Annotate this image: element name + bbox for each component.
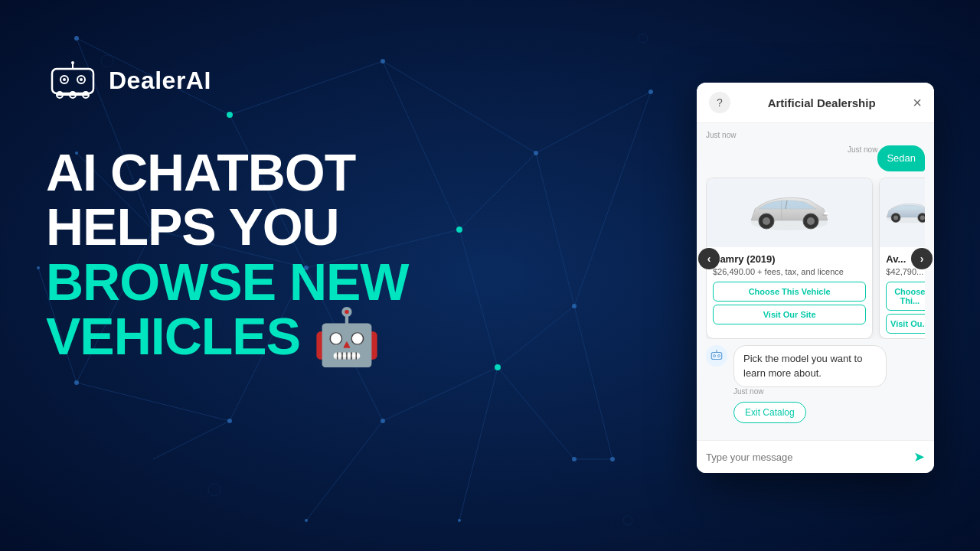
logo: DealerAI [46, 61, 409, 99]
visit-camry-button[interactable]: Visit Our Site [713, 305, 866, 324]
svg-point-71 [824, 212, 828, 215]
camry-price: $26,490.00 + fees, tax, and licence [713, 266, 866, 277]
svg-point-76 [920, 216, 925, 220]
chat-title: Artificial Dealership [768, 96, 876, 109]
cards-prev-button[interactable]: ‹ [698, 248, 720, 269]
msg-time-1: Just now [706, 131, 925, 139]
svg-point-79 [718, 355, 720, 357]
chat-footer: ➤ [697, 440, 934, 473]
svg-point-28 [74, 36, 79, 41]
vehicle-card-camry: Camry (2019) $26,490.00 + fees, tax, and… [706, 178, 873, 339]
avalon-image [880, 178, 925, 247]
user-bubble-sedan: Sedan [877, 145, 925, 171]
svg-rect-54 [52, 69, 93, 93]
svg-point-58 [80, 78, 83, 81]
headline-line3: BROWSE NEW [46, 255, 409, 309]
bot-pick-model-row: Pick the model you want to learn more ab… [706, 345, 925, 422]
svg-point-48 [456, 227, 462, 233]
headline: AI CHATBOT HELPS YOU BROWSE NEW VEHICLES… [46, 145, 409, 364]
chat-widget: ? Artificial Dealership × Just now Sedan… [697, 83, 934, 473]
camry-image [707, 178, 872, 247]
help-button[interactable]: ? [709, 92, 730, 113]
visit-avalon-button[interactable]: Visit Ou... [886, 314, 925, 334]
robot-emoji: 🤖 [312, 309, 381, 364]
bot-pick-model-content: Pick the model you want to learn more ab… [733, 345, 925, 422]
svg-point-68 [763, 217, 770, 225]
svg-point-45 [305, 519, 308, 522]
svg-point-32 [648, 90, 653, 94]
svg-point-40 [572, 304, 577, 308]
exit-catalog-button[interactable]: Exit Catalog [733, 402, 806, 423]
svg-point-44 [37, 266, 40, 269]
headline-line2: HELPS YOU [46, 200, 409, 254]
left-content: DealerAI AI CHATBOT HELPS YOU BROWSE NEW… [46, 61, 409, 364]
headline-line4: VEHICLES [46, 309, 300, 364]
svg-point-81 [716, 350, 717, 352]
svg-point-56 [63, 78, 66, 81]
logo-icon [46, 61, 100, 99]
bot-message-row-1: Just now [706, 131, 925, 139]
svg-point-37 [227, 419, 232, 423]
cards-next-button[interactable]: › [911, 248, 933, 269]
svg-point-31 [534, 151, 538, 155]
camry-body: Camry (2019) $26,490.00 + fees, tax, and… [707, 247, 872, 329]
headline-line1: AI CHATBOT [46, 145, 409, 200]
svg-point-36 [74, 380, 79, 385]
svg-point-49 [495, 364, 501, 370]
user-message-sedan: Sedan Just now [706, 145, 925, 171]
choose-avalon-button[interactable]: Choose Thi... [886, 282, 925, 311]
svg-point-41 [572, 457, 577, 461]
svg-point-78 [714, 355, 716, 357]
svg-point-42 [610, 457, 615, 461]
bot-pick-model-bubble: Pick the model you want to learn more ab… [733, 345, 887, 386]
logo-text: DealerAI [109, 67, 211, 95]
svg-point-70 [807, 217, 815, 225]
headline-line4-row: VEHICLES 🤖 [46, 309, 409, 364]
chat-header: ? Artificial Dealership × [697, 83, 934, 123]
svg-point-74 [893, 216, 898, 220]
vehicle-cards-container: ‹ [706, 178, 925, 339]
svg-point-60 [71, 61, 74, 64]
bot-pick-model-time: Just now [733, 387, 925, 396]
bot-avatar [706, 345, 727, 367]
chat-body[interactable]: Just now Sedan Just now ‹ [697, 123, 934, 440]
svg-point-38 [381, 419, 385, 423]
cards-scroll: Camry (2019) $26,490.00 + fees, tax, and… [706, 178, 925, 339]
send-button[interactable]: ➤ [913, 448, 925, 465]
choose-camry-button[interactable]: Choose This Vehicle [713, 282, 866, 302]
close-button[interactable]: × [913, 95, 922, 110]
chat-input[interactable] [706, 452, 913, 463]
svg-point-46 [458, 519, 461, 522]
camry-name: Camry (2019) [713, 253, 866, 265]
